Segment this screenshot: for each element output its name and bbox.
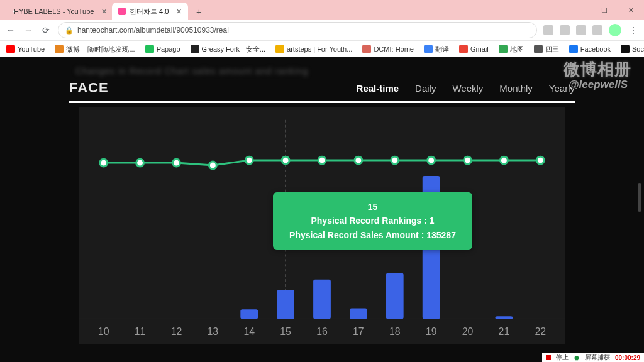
bookmark-icon [534,45,543,53]
bookmark-item[interactable]: DCMI: Home [362,45,414,53]
bookmark-item[interactable]: 微博 – 随时随地发现... [55,45,135,54]
recorder-status: 屏幕捕获 [585,353,610,362]
close-icon[interactable]: ✕ [176,8,182,16]
page-heading-blurred: Changes in Record Chart sales amount and… [75,66,308,76]
rank-point-13[interactable] [209,162,216,169]
tab-label: HYBE LABELS - YouTube [14,8,94,15]
album-title: FACE [69,80,109,96]
url-text: hanteochart.com/albumdetail/900510933/re… [77,26,229,35]
bookmark-icon [499,45,508,53]
bookmark-item[interactable]: Facebook [569,45,611,53]
bookmark-item[interactable]: YouTube [6,45,45,53]
rank-point-17[interactable] [355,156,362,164]
extension-icon[interactable] [592,25,602,35]
rank-point-10[interactable] [100,159,108,167]
bookmark-label: DCMI: Home [374,45,414,53]
chrome-menu-button[interactable]: ⋮ [628,25,639,35]
close-icon[interactable]: ✕ [101,8,107,16]
tooltip-title: 15 [289,200,456,214]
bookmark-item[interactable]: Greasy Fork - 安全... [191,45,265,54]
bookmark-icon [569,45,578,53]
x-tick-18: 18 [389,326,401,337]
chart-panel-header: FACE Real-timeDailyWeeklyMonthlyYearly [69,80,575,103]
rank-point-18[interactable] [391,156,399,164]
bookmark-label: Papago [157,45,180,53]
page-content: Changes in Record Chart sales amount and… [0,57,644,362]
x-tick-22: 22 [535,326,546,337]
bookmark-label: 四三 [545,45,559,54]
bar-15[interactable] [277,290,294,319]
rank-point-14[interactable] [245,156,253,164]
back-button[interactable]: ← [5,25,16,35]
new-tab-button[interactable]: + [192,4,206,18]
bookmark-label: Gmail [470,45,489,53]
rank-point-11[interactable] [136,159,144,167]
x-tick-14: 14 [243,326,255,337]
address-bar[interactable]: 🔒 hanteochart.com/albumdetail/900510933/… [58,22,537,38]
bookmark-label: SocialMedia Live St... [632,45,644,53]
recorder-time: 00:00:29 [615,354,640,361]
recorder-stop[interactable]: 停止 [556,353,569,362]
bookmark-icon [621,45,630,53]
bookmark-icon [55,45,64,53]
rank-point-21[interactable] [500,156,508,164]
maximize-button[interactable]: ☐ [591,0,618,20]
tab-youtube[interactable]: HYBE LABELS - YouTube ✕ [4,3,111,20]
x-tick-12: 12 [171,326,182,337]
extension-icon[interactable] [560,25,570,35]
forward-button[interactable]: → [23,25,34,35]
bookmark-item[interactable]: SocialMedia Live St... [621,45,644,53]
tab-hanteo[interactable]: 한터차트 4.0 ✕ [112,3,188,20]
bookmark-icon [362,45,371,53]
bar-21[interactable] [496,316,513,319]
bookmark-label: 翻译 [435,45,449,54]
rank-point-19[interactable] [428,156,435,164]
side-scroll-indicator[interactable] [638,183,641,212]
bookmark-icon [191,45,199,53]
time-tab-daily[interactable]: Daily [415,83,436,94]
lock-icon: 🔒 [65,26,74,35]
tooltip-sales-row: Physical Record Sales Amount : 135287 [289,228,456,242]
minimize-button[interactable]: – [565,0,591,20]
reload-button[interactable]: ⟳ [40,25,52,35]
bookmarks-bar: YouTube微博 – 随时随地发现...PapagoGreasy Fork -… [0,41,644,57]
rank-point-22[interactable] [536,156,544,164]
bar-16[interactable] [313,280,331,319]
time-tab-monthly[interactable]: Monthly [499,83,533,94]
bookmark-item[interactable]: Papago [145,45,180,53]
bookmark-item[interactable]: 地图 [499,45,524,54]
extension-icon[interactable] [543,25,553,35]
close-window-button[interactable]: ✕ [618,0,644,20]
weibo-watermark-user: @leepwellS [569,79,628,91]
time-range-tabs: Real-timeDailyWeeklyMonthlyYearly [357,83,575,94]
bookmark-icon [6,45,15,53]
time-tab-weekly[interactable]: Weekly [452,83,483,94]
chart-tooltip: 15 Physical Record Rankings : 1 Physical… [273,192,472,250]
bar-17[interactable] [350,308,367,319]
x-tick-10: 10 [98,326,109,337]
extension-icon[interactable] [576,25,586,35]
rank-point-16[interactable] [318,156,326,164]
bookmark-item[interactable]: Gmail [459,45,489,53]
weibo-watermark-logo: 微博相册 [564,58,631,80]
x-tick-19: 19 [426,326,437,337]
bookmark-icon [424,45,433,53]
rank-point-15[interactable] [282,156,289,164]
bookmark-item[interactable]: artsteps | For Youth... [275,45,352,53]
bar-18[interactable] [386,273,404,319]
x-tick-11: 11 [135,326,146,337]
rank-point-20[interactable] [464,156,472,164]
bookmark-icon [459,45,468,53]
bookmark-label: Greasy Fork - 安全... [202,45,265,54]
rank-point-12[interactable] [173,159,180,167]
time-tab-real-time[interactable]: Real-time [357,83,399,94]
bookmark-item[interactable]: 四三 [534,45,559,54]
profile-avatar[interactable] [609,24,621,36]
bar-14[interactable] [240,309,258,319]
x-tick-16: 16 [316,326,328,337]
screen-recorder-bar: 停止 ⏺ 屏幕捕获 00:00:29 [542,353,644,362]
bookmark-item[interactable]: 翻译 [424,45,449,54]
window-controls: – ☐ ✕ [565,0,644,20]
x-tick-15: 15 [280,326,291,337]
hanteo-icon [118,8,126,15]
